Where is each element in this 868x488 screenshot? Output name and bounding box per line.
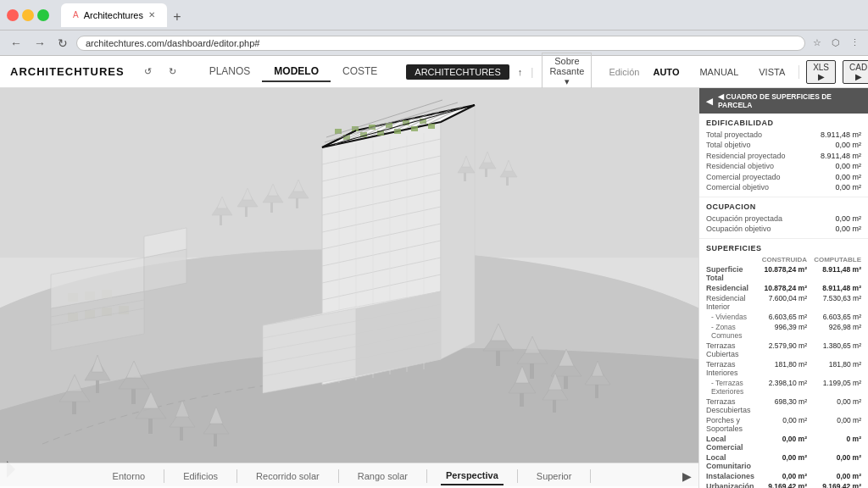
edition-auto-button[interactable]: AUTO (646, 64, 686, 80)
total-objetivo-value: 0,00 m² (835, 141, 861, 149)
forward-button[interactable]: → (31, 35, 49, 52)
tab-rango-solar[interactable]: Rango solar (353, 468, 413, 485)
sup-row-10: Local Comunitario 0,00 m² 0,00 m² (706, 453, 861, 470)
sep-bt3 (338, 469, 339, 483)
total-proyectado-value: 8.911,48 m² (821, 130, 861, 139)
sobre-rasante-label: Sobre Rasante ▾ (549, 56, 584, 87)
sup-k-0: 8.911,48 m² (810, 284, 861, 292)
bookmark-icon[interactable]: ☆ (810, 36, 824, 50)
sup-label-5: Terrazas Interiores (706, 360, 756, 377)
svg-rect-119 (270, 202, 273, 213)
panel-triangle-icon: ◀ (706, 97, 713, 106)
sobre-rasante-button[interactable]: Sobre Rasante ▾ (542, 53, 592, 91)
back-button[interactable]: ← (7, 35, 25, 52)
tab-superior[interactable]: Superior (531, 468, 577, 485)
tab-recorrido-solar[interactable]: Recorrido solar (251, 468, 325, 485)
architechtures-button[interactable]: ARCHITECHTURES (406, 64, 509, 80)
tab-planos[interactable]: PLANOS (198, 62, 263, 82)
col-construida-header: CONSTRUIDA (756, 256, 807, 263)
sup-c-5: 181,80 m² (756, 360, 807, 369)
refresh-button[interactable]: ↻ (54, 35, 71, 52)
res-proyectado-value: 8.911,48 m² (821, 152, 861, 160)
browser-chrome: A Architechtures ✕ + (0, 0, 868, 30)
sup-row-1: Residencial Interior 7.600,04 m² 7.530,6… (706, 294, 861, 311)
ocup-objetivo-label: Ocupación objetivo (706, 225, 771, 233)
toolbar-tabs: PLANOS MODELO COSTE (198, 62, 390, 82)
sup-label-7: Terrazas Descubiertas (706, 397, 756, 414)
total-objetivo-row: Total objetivo 0,00 m² (706, 141, 861, 149)
col-computable-header: COMPUTABLE (810, 256, 861, 263)
sup-c-10: 0,00 m² (756, 453, 807, 462)
close-btn[interactable] (7, 9, 19, 21)
sup-label-11: Instalaciones (706, 472, 754, 480)
sup-row-5: Terrazas Interiores 181,80 m² 181,80 m² (706, 360, 861, 377)
ocup-objetivo-value: 0,00 m² (835, 225, 861, 233)
sup-row-4: Terrazas Cubiertas 2.579,90 m² 1.380,65 … (706, 341, 861, 358)
ocupacion-section: OCUPACION Ocupación proyectada 0,00 m² O… (699, 197, 868, 239)
minimize-btn[interactable] (22, 9, 34, 21)
sup-row-6: - Terrazas Exteriores 2.398,10 m² 1.199,… (706, 379, 861, 396)
tab-coste[interactable]: COSTE (331, 62, 389, 82)
sup-row-8: Porches y Soportales 0,00 m² 0,00 m² (706, 416, 861, 433)
more-icon[interactable]: ⋮ (848, 36, 861, 50)
tab-edificios[interactable]: Edificios (178, 468, 223, 485)
sup-k-9: 0 m² (810, 435, 861, 443)
up-arrow-icon: ↑ (518, 67, 523, 77)
sup-row-2: - Viviendas 6.603,65 m² 6.603,65 m² (706, 313, 861, 321)
tab-modelo[interactable]: MODELO (262, 62, 331, 82)
ocup-proyectada-row: Ocupación proyectada 0,00 m² (706, 214, 861, 223)
browser-tab[interactable]: A Architechtures ✕ (61, 3, 167, 27)
sup-label-10: Local Comunitario (706, 453, 756, 470)
res-objetivo-value: 0,00 m² (835, 162, 861, 170)
sup-label-0: Residencial (706, 284, 748, 292)
redo-button[interactable]: ↻ (164, 64, 181, 80)
svg-rect-13 (102, 290, 112, 298)
tab-entorno[interactable]: Entorno (108, 468, 151, 485)
tab-perspectiva[interactable]: Perspectiva (441, 467, 504, 485)
com-proyectado-value: 0,00 m² (835, 173, 861, 181)
undo-button[interactable]: ↺ (140, 64, 156, 80)
sup-c-6: 2.398,10 m² (756, 379, 807, 387)
pipe-sep: | (531, 66, 533, 78)
svg-rect-122 (296, 198, 298, 208)
sup-k-6: 1.199,05 m² (810, 379, 861, 387)
svg-rect-113 (220, 215, 222, 225)
sup-c-8: 0,00 m² (756, 416, 807, 424)
tab-close-icon[interactable]: ✕ (148, 10, 155, 19)
total-proyectado-label: Total proyectado (706, 130, 762, 139)
sup-c-11: 0,00 m² (756, 472, 807, 480)
sup-k-8: 0,00 m² (810, 416, 861, 424)
res-proyectado-row: Residencial proyectado 8.911,48 m² (706, 152, 861, 160)
edificabilidad-section: EDIFICABILIDAD Total proyectado 8.911,48… (699, 114, 868, 197)
edition-manual-button[interactable]: MANUAL (693, 64, 745, 80)
svg-rect-7 (68, 313, 78, 321)
svg-rect-92 (564, 376, 568, 389)
maximize-btn[interactable] (37, 9, 49, 21)
sup-row-9: Local Comercial 0,00 m² 0 m² (706, 435, 861, 452)
sup-label-3: - Zonas Comunes (706, 323, 756, 340)
sup-c-12: 9.169,42 m² (756, 482, 807, 488)
superficies-section: SUPERFICIES CONSTRUIDA COMPUTABLE Superf… (699, 239, 868, 488)
superficie-total-k: 8.911,48 m² (810, 265, 861, 274)
com-objetivo-row: Comercial objetivo 0,00 m² (706, 183, 861, 191)
expand-arrow-icon[interactable]: ▶ (682, 469, 692, 483)
res-objetivo-label: Residencial objetivo (706, 162, 774, 170)
svg-rect-98 (520, 393, 524, 407)
panel-header[interactable]: ◀ ◀ CUADRO DE SUPERFICIES DE PARCELA (699, 88, 868, 114)
viewport[interactable]: Entorno Edificios Recorrido solar Rango … (0, 88, 698, 488)
new-tab-button[interactable]: + (167, 7, 187, 27)
panel-header-title: ◀ CUADRO DE SUPERFICIES DE PARCELA (718, 92, 861, 109)
sup-k-5: 181,80 m² (810, 360, 861, 369)
xls-button[interactable]: XLS ▶ (806, 60, 836, 84)
extension-icon[interactable]: ⬡ (829, 36, 843, 50)
svg-rect-101 (553, 400, 556, 413)
sep-bt5 (517, 469, 518, 483)
cadd-button[interactable]: CAD ▶ (843, 60, 868, 84)
sup-c-4: 2.579,90 m² (756, 341, 807, 350)
app-container: ARCHITECHTURES ↺ ↻ PLANOS MODELO COSTE A… (0, 56, 868, 488)
address-bar[interactable] (76, 36, 805, 51)
res-proyectado-label: Residencial proyectado (706, 152, 786, 160)
edition-vista-button[interactable]: VISTA (752, 64, 792, 80)
superficie-total-label: Superficie Total (706, 265, 756, 282)
svg-rect-39 (335, 129, 342, 134)
